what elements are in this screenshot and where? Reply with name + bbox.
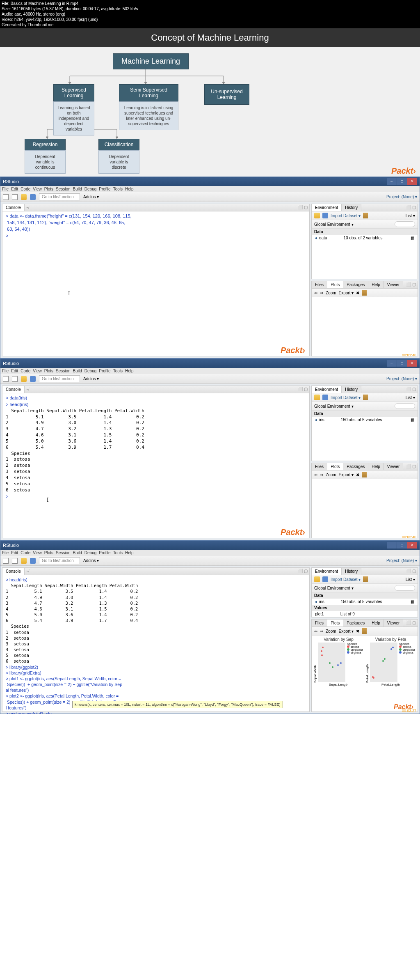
new-file-icon[interactable]: [3, 376, 9, 382]
tab-files[interactable]: Files: [312, 620, 327, 627]
next-plot-icon[interactable]: ⇒: [320, 629, 323, 633]
import-dataset-button[interactable]: Import Dataset ▾: [331, 213, 361, 218]
menu-build[interactable]: Build: [73, 369, 82, 373]
export-button[interactable]: Export ▾: [339, 291, 354, 295]
pane-controls[interactable]: ⬜ ▢: [296, 386, 309, 393]
remove-plot-icon[interactable]: ✖: [356, 291, 359, 295]
save-icon[interactable]: [30, 194, 36, 200]
menu-help[interactable]: Help: [125, 369, 134, 373]
tab-viewer[interactable]: Viewer: [384, 281, 403, 288]
project-menu[interactable]: Project: (None) ▾: [386, 195, 417, 199]
clear-plots-icon[interactable]: [362, 628, 367, 634]
import-dataset-button[interactable]: Import Dataset ▾: [331, 577, 361, 582]
addins-button[interactable]: Addins ▾: [83, 376, 99, 381]
tab-history[interactable]: History: [342, 386, 361, 393]
new-file-icon[interactable]: [3, 558, 9, 564]
menu-session[interactable]: Session: [56, 551, 71, 555]
tab-environment[interactable]: Environment: [312, 568, 342, 575]
menu-profile[interactable]: Profile: [99, 551, 110, 555]
save-ws-icon[interactable]: [322, 395, 328, 400]
menu-bar[interactable]: FileEditCodeViewPlotsSessionBuildDebugPr…: [0, 368, 420, 374]
tab-console[interactable]: Console: [2, 568, 25, 575]
new-project-icon[interactable]: [12, 558, 18, 564]
menu-file[interactable]: File: [2, 369, 9, 373]
menu-plots[interactable]: Plots: [44, 187, 53, 191]
menu-tools[interactable]: Tools: [113, 551, 123, 555]
next-plot-icon[interactable]: ⇒: [320, 291, 323, 295]
env-search[interactable]: [395, 585, 415, 591]
tab-environment[interactable]: Environment: [312, 204, 342, 211]
tab-viewer[interactable]: Viewer: [384, 463, 403, 470]
console-pane[interactable]: Console~/ ⬜ ▢ > data(iris) > head(iris) …: [2, 386, 310, 538]
min-button[interactable]: −: [387, 178, 397, 185]
goto-file-input[interactable]: Go to file/function: [39, 375, 80, 382]
tab-plots[interactable]: Plots: [327, 620, 343, 627]
load-icon[interactable]: [314, 395, 320, 400]
menu-profile[interactable]: Profile: [99, 187, 110, 191]
menu-code[interactable]: Code: [21, 551, 30, 555]
open-icon[interactable]: [21, 558, 27, 564]
save-ws-icon[interactable]: [322, 213, 328, 218]
max-button[interactable]: □: [397, 178, 407, 185]
new-project-icon[interactable]: [12, 194, 18, 200]
clear-plots-icon[interactable]: [362, 472, 367, 477]
open-icon[interactable]: [21, 376, 27, 382]
menu-file[interactable]: File: [2, 551, 9, 555]
tab-console[interactable]: Console: [2, 204, 25, 211]
env-item[interactable]: plot1List of 9: [312, 611, 418, 617]
tab-help[interactable]: Help: [368, 620, 384, 627]
menu-plots[interactable]: Plots: [44, 369, 53, 373]
pane-controls[interactable]: ⬜ ▢: [404, 281, 418, 288]
env-search[interactable]: [395, 221, 415, 227]
clear-plots-icon[interactable]: [362, 290, 367, 296]
pane-controls[interactable]: ⬜ ▢: [404, 568, 418, 575]
import-dataset-button[interactable]: Import Dataset ▾: [331, 395, 361, 400]
tab-packages[interactable]: Packages: [343, 281, 368, 288]
env-item[interactable]: ●iris150 obs. of 5 variables▦: [312, 599, 418, 605]
menu-debug[interactable]: Debug: [84, 369, 96, 373]
prev-plot-icon[interactable]: ⇐: [314, 291, 317, 295]
menu-debug[interactable]: Debug: [84, 551, 96, 555]
tab-packages[interactable]: Packages: [343, 463, 368, 470]
min-button[interactable]: −: [387, 360, 397, 367]
menu-build[interactable]: Build: [73, 187, 82, 191]
global-env-button[interactable]: Global Environment ▾: [314, 404, 354, 409]
zoom-button[interactable]: Zoom: [326, 291, 336, 295]
list-view-button[interactable]: List ▾: [406, 577, 415, 582]
remove-plot-icon[interactable]: ✖: [356, 629, 359, 633]
menu-bar[interactable]: FileEditCodeViewPlotsSessionBuildDebugPr…: [0, 550, 420, 556]
close-button[interactable]: ×: [407, 542, 417, 549]
tab-history[interactable]: History: [342, 204, 361, 211]
remove-plot-icon[interactable]: ✖: [356, 473, 359, 477]
pane-controls[interactable]: ⬜ ▢: [404, 386, 418, 393]
menu-help[interactable]: Help: [125, 551, 134, 555]
menu-plots[interactable]: Plots: [44, 551, 53, 555]
tab-history[interactable]: History: [342, 568, 361, 575]
titlebar[interactable]: RStudio −□×: [0, 359, 420, 368]
menu-debug[interactable]: Debug: [84, 187, 96, 191]
prev-plot-icon[interactable]: ⇐: [314, 473, 317, 477]
menu-tools[interactable]: Tools: [113, 369, 123, 373]
console-pane[interactable]: Console~/ ⬜ ▢ > head(iris) Sepal.Length …: [2, 567, 310, 712]
pane-controls[interactable]: ⬜ ▢: [404, 204, 418, 211]
tab-plots[interactable]: Plots: [327, 463, 343, 470]
project-menu[interactable]: Project: (None) ▾: [386, 376, 417, 381]
zoom-button[interactable]: Zoom: [326, 473, 336, 477]
global-env-button[interactable]: Global Environment ▾: [314, 586, 354, 590]
save-ws-icon[interactable]: [322, 576, 328, 582]
menu-help[interactable]: Help: [125, 187, 134, 191]
tab-packages[interactable]: Packages: [343, 620, 368, 627]
tab-viewer[interactable]: Viewer: [384, 620, 403, 627]
tab-environment[interactable]: Environment: [312, 386, 342, 393]
pane-controls[interactable]: ⬜ ▢: [404, 620, 418, 627]
menu-session[interactable]: Session: [56, 369, 71, 373]
save-icon[interactable]: [30, 558, 36, 564]
load-icon[interactable]: [314, 213, 320, 218]
clear-icon[interactable]: [363, 213, 368, 218]
menu-session[interactable]: Session: [56, 187, 71, 191]
menu-code[interactable]: Code: [21, 187, 30, 191]
menu-edit[interactable]: Edit: [11, 187, 18, 191]
load-icon[interactable]: [314, 576, 320, 582]
addins-button[interactable]: Addins ▾: [83, 195, 99, 199]
new-file-icon[interactable]: [3, 194, 9, 200]
